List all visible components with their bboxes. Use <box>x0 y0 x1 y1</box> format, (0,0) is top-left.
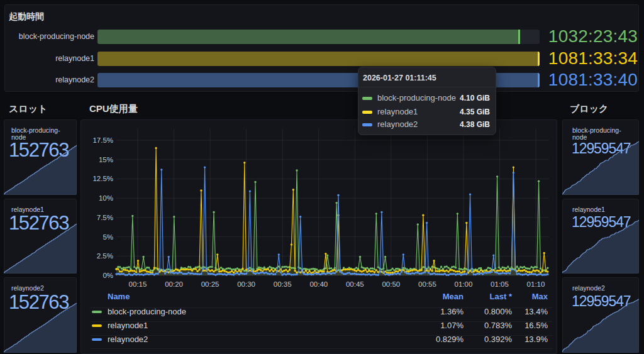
svg-text:00:40: 00:40 <box>309 280 328 288</box>
svg-text:15%: 15% <box>99 156 113 163</box>
svg-text:0%: 0% <box>103 272 113 279</box>
svg-text:01:00: 01:00 <box>455 280 473 288</box>
svg-text:5%: 5% <box>103 233 113 241</box>
svg-text:00:15: 00:15 <box>129 280 147 288</box>
svg-text:01:10: 01:10 <box>527 280 545 288</box>
svg-text:00:35: 00:35 <box>274 280 292 288</box>
svg-text:10%: 10% <box>99 194 113 202</box>
svg-text:01:05: 01:05 <box>491 280 509 288</box>
svg-text:00:45: 00:45 <box>346 280 364 288</box>
svg-text:00:20: 00:20 <box>165 280 183 288</box>
svg-text:00:30: 00:30 <box>237 280 255 288</box>
svg-text:12.5%: 12.5% <box>92 175 113 182</box>
svg-text:7.5%: 7.5% <box>97 214 113 221</box>
svg-text:00:55: 00:55 <box>418 280 436 288</box>
svg-text:00:50: 00:50 <box>382 280 400 288</box>
svg-text:2.5%: 2.5% <box>97 252 113 260</box>
svg-text:17.5%: 17.5% <box>92 136 113 144</box>
svg-text:00:25: 00:25 <box>201 280 219 288</box>
